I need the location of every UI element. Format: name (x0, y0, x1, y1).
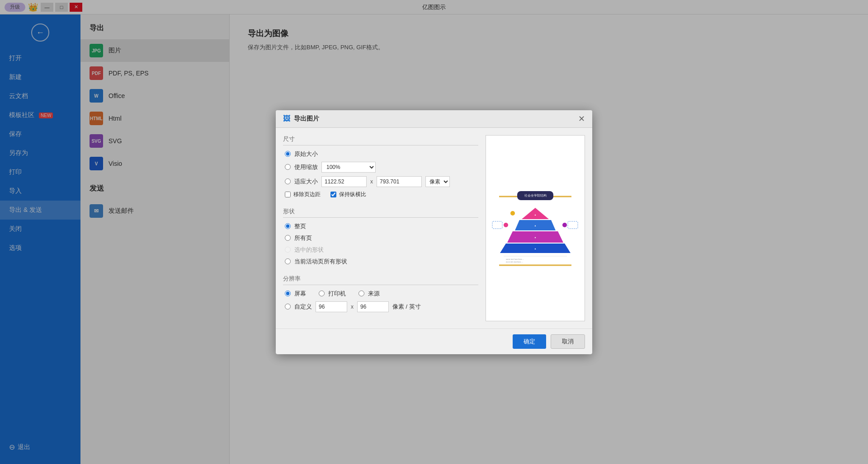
shape-selected-radio (285, 247, 291, 253)
size-fit-label: 适应大小 (294, 178, 318, 186)
resolution-row: 屏幕 打印机 来源 (283, 290, 478, 298)
shape-all-label: 所有页 (294, 234, 312, 242)
size-original-label: 原始大小 (294, 150, 318, 158)
svg-text:▲: ▲ (534, 224, 537, 227)
dialog-preview: 社会全学院结构 ▲ ▲ ▲ ▲ (486, 135, 585, 321)
res-custom-radio[interactable] (285, 304, 291, 309)
shape-section-label: 形状 (283, 207, 478, 218)
resolution-section: 分辨率 屏幕 打印机 来源 自定义 x 像素 / 英寸 (283, 275, 478, 312)
dpi-x-input[interactable] (316, 301, 347, 312)
svg-text:more info text lines ...: more info text lines ... (506, 261, 523, 263)
dpi-unit-label: 像素 / 英寸 (392, 303, 421, 311)
svg-point-11 (510, 211, 515, 216)
shape-section: 形状 整页 所有页 选中的形状 当前活动页所有形状 (283, 207, 478, 266)
shape-whole-label: 整页 (294, 222, 306, 230)
size-fit-radio[interactable] (285, 178, 291, 184)
confirm-button[interactable]: 确定 (513, 334, 546, 349)
res-printer-radio[interactable] (319, 291, 325, 296)
keep-ratio-label: 保持纵横比 (339, 191, 366, 198)
dialog-header: 🖼 导出图片 ✕ (276, 110, 592, 128)
dialog-close-button[interactable]: ✕ (578, 115, 585, 123)
remove-border-label: 移除页边距 (293, 191, 321, 198)
unit-select[interactable]: 像素 厘米 英寸 (425, 176, 450, 187)
svg-point-14 (562, 223, 567, 227)
res-source-label: 来源 (368, 290, 380, 298)
shape-whole-radio[interactable] (285, 223, 291, 229)
preview-image: 社会全学院结构 ▲ ▲ ▲ ▲ (486, 136, 585, 321)
size-original-radio[interactable] (285, 151, 291, 157)
shape-all-row: 所有页 (283, 234, 478, 242)
cancel-button[interactable]: 取消 (551, 334, 585, 349)
dialog-body: 尺寸 原始大小 使用缩放 100% 50% 200% (276, 128, 592, 328)
dpi-separator: x (351, 304, 354, 310)
dialog-title-text: 导出图片 (294, 115, 319, 123)
svg-point-12 (504, 223, 508, 227)
shape-current-radio[interactable] (285, 258, 291, 264)
zoom-select[interactable]: 100% 50% 200% (321, 162, 376, 173)
shape-all-radio[interactable] (285, 235, 291, 241)
shape-whole-row: 整页 (283, 222, 478, 230)
dialog-form: 尺寸 原始大小 使用缩放 100% 50% 200% (283, 135, 478, 321)
size-zoom-row: 使用缩放 100% 50% 200% (283, 162, 478, 173)
size-zoom-label: 使用缩放 (294, 163, 318, 171)
svg-text:社会全学院结构: 社会全学院结构 (524, 194, 547, 197)
svg-text:some text here lines ...: some text here lines ... (506, 258, 524, 260)
res-source-radio[interactable] (359, 291, 364, 296)
svg-text:▲: ▲ (534, 247, 537, 250)
width-input[interactable] (321, 176, 367, 187)
x-separator: x (370, 178, 373, 185)
size-zoom-radio[interactable] (285, 164, 291, 170)
keep-ratio-checkbox[interactable] (330, 192, 336, 197)
res-printer-label: 打印机 (328, 290, 346, 298)
svg-text:▲: ▲ (534, 236, 537, 239)
dialog-title: 🖼 导出图片 (283, 115, 319, 123)
export-dialog: 🖼 导出图片 ✕ 尺寸 原始大小 使用缩放 100% 50% (276, 110, 592, 354)
remove-border-checkbox[interactable] (285, 192, 291, 197)
pyramid-preview-svg: 社会全学院结构 ▲ ▲ ▲ ▲ (490, 183, 580, 273)
shape-selected-label: 选中的形状 (294, 246, 324, 254)
dialog-title-icon: 🖼 (283, 115, 290, 123)
res-custom-label: 自定义 (294, 303, 312, 311)
res-custom-row: 自定义 x 像素 / 英寸 (283, 301, 478, 312)
svg-text:▲: ▲ (534, 213, 537, 216)
svg-rect-15 (568, 221, 578, 229)
res-screen-radio[interactable] (285, 291, 291, 296)
dialog-footer: 确定 取消 (276, 328, 592, 354)
shape-current-label: 当前活动页所有形状 (294, 258, 347, 266)
size-section-label: 尺寸 (283, 135, 478, 145)
shape-selected-row: 选中的形状 (283, 246, 478, 254)
border-row: 移除页边距 保持纵横比 (283, 191, 478, 198)
size-original-row: 原始大小 (283, 150, 478, 158)
shape-current-row: 当前活动页所有形状 (283, 258, 478, 266)
dpi-y-input[interactable] (357, 301, 389, 312)
size-fit-row: 适应大小 x 像素 厘米 英寸 (283, 176, 478, 187)
resolution-section-label: 分辨率 (283, 275, 478, 285)
height-input[interactable] (377, 176, 422, 187)
svg-rect-13 (492, 221, 502, 229)
size-section: 尺寸 原始大小 使用缩放 100% 50% 200% (283, 135, 478, 198)
res-screen-label: 屏幕 (294, 290, 306, 298)
